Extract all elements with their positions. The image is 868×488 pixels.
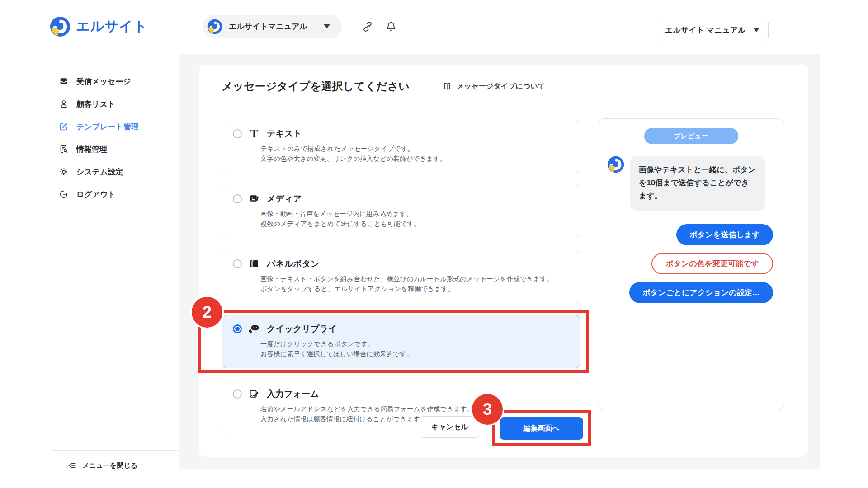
workspace-selector[interactable]: エルサイトマニュアル (203, 15, 342, 38)
logout-icon (59, 189, 69, 199)
annotation-step-badge: 2 (190, 296, 224, 329)
bot-avatar (607, 156, 624, 173)
link-icon[interactable] (362, 21, 373, 33)
close-menu-label: メニューを閉じる (82, 461, 137, 470)
preview-button-action: ボタンごとにアクションの設定… (629, 282, 773, 303)
chevron-down-icon (754, 28, 759, 32)
bell-icon[interactable] (385, 21, 397, 33)
account-menu-label: エルサイト マニュアル (665, 25, 746, 35)
radio-unchecked[interactable] (233, 259, 242, 268)
sidebar-footer: メニューを閉じる (0, 450, 179, 470)
sidebar-item-templates[interactable]: テンプレート管理 (59, 115, 179, 138)
collapse-menu-icon (68, 461, 77, 470)
main-content: メッセージタイプを選択してください メッセージタイプについて T テキスト (179, 54, 820, 469)
help-link-label: メッセージタイプについて (457, 82, 545, 91)
go-to-editor-button[interactable]: 編集画面へ (500, 417, 583, 440)
media-icon (249, 193, 260, 204)
edit-icon (59, 122, 69, 131)
app-window: エルサイト エルサイトマニュアル エルサイト マニュアル (0, 0, 868, 488)
preview-button-send: ボタンを送信します (676, 224, 773, 245)
sidebar-item-logout[interactable]: ログアウト (59, 183, 179, 206)
option-description: 画像・動画・音声をメッセージ内に組み込めます。 複数のメディアをまとめて送信する… (260, 209, 569, 229)
account-menu-button[interactable]: エルサイト マニュアル (656, 19, 769, 41)
sidebar: 受信メッセージ 顧客リスト テンプレート管理 (0, 54, 179, 488)
sidebar-item-label: テンプレート管理 (76, 122, 139, 132)
sidebar-item-label: 情報管理 (76, 144, 107, 155)
option-media[interactable]: メディア 画像・動画・音声をメッセージ内に組み込めます。 複数のメディアをまとめ… (222, 185, 580, 238)
annotation-step-badge: 3 (471, 393, 504, 426)
option-text[interactable]: T テキスト テキストのみで構成されたメッセージタイプです。 文字の色や太さの変… (222, 120, 580, 173)
divider (52, 450, 178, 451)
message-type-help-link[interactable]: メッセージタイプについて (442, 81, 545, 91)
user-icon (59, 99, 69, 109)
book-icon (442, 81, 452, 91)
close-menu-button[interactable]: メニューを閉じる (68, 461, 179, 470)
preview-panel: プレビュー 画像やテキストと一緒に、ボタンを10個まで送信することができます。 … (598, 118, 784, 410)
form-icon (249, 388, 260, 399)
workspace-selector-label: エルサイトマニュアル (229, 21, 307, 32)
preview-chat-bubble: 画像やテキストと一緒に、ボタンを10個まで送信することができます。 (630, 156, 765, 211)
message-type-options: T テキスト テキストのみで構成されたメッセージタイプです。 文字の色や太さの変… (222, 120, 580, 433)
preview-badge: プレビュー (644, 128, 738, 144)
option-title: テキスト (267, 128, 302, 140)
chevron-down-icon (324, 24, 330, 28)
preview-chat-buttons: ボタンを送信します ボタンの色を変更可能です ボタンごとにアクションの設定… (598, 224, 773, 303)
brand-logo-icon (50, 16, 71, 37)
sidebar-item-label: 受信メッセージ (76, 76, 131, 87)
submit-button-group: 3 編集画面へ (500, 417, 583, 440)
text-icon: T (249, 128, 260, 140)
option-description: 画像・テキスト・ボタンを組み合わせた、横並びのカルーセル形式のメッセージを作成で… (260, 274, 569, 294)
option-quick-reply[interactable]: 2 クイックリプライ (222, 315, 580, 368)
panel-button-icon (249, 258, 260, 269)
gear-icon (59, 167, 69, 177)
top-bar: エルサイト エルサイトマニュアル エルサイト マニュアル (0, 0, 829, 53)
option-panel-button[interactable]: パネルボタン 画像・テキスト・ボタンを組み合わせた、横並びのカルーセル形式のメッ… (222, 250, 580, 303)
page-title: メッセージタイプを選択してください (222, 79, 410, 94)
sidebar-item-label: ログアウト (76, 189, 116, 200)
preview-button-color: ボタンの色を変更可能です (651, 253, 773, 274)
option-title: 入力フォーム (267, 388, 319, 400)
brand-name: エルサイト (76, 17, 148, 36)
radio-unchecked[interactable] (233, 129, 242, 138)
sidebar-item-information[interactable]: 情報管理 (59, 138, 179, 160)
sidebar-item-inbox[interactable]: 受信メッセージ (59, 70, 179, 93)
document-search-icon (59, 144, 69, 154)
message-type-dialog: メッセージタイプを選択してください メッセージタイプについて T テキスト (199, 65, 808, 457)
option-title: メディア (267, 193, 302, 205)
quick-reply-icon (249, 323, 260, 334)
option-title: パネルボタン (267, 258, 320, 270)
sidebar-item-label: 顧客リスト (76, 99, 115, 109)
radio-unchecked[interactable] (233, 194, 242, 203)
brand-logo[interactable]: エルサイト (50, 16, 148, 37)
radio-checked[interactable] (233, 324, 242, 333)
sidebar-item-settings[interactable]: システム設定 (59, 160, 179, 183)
option-title: クイックリプライ (267, 323, 337, 335)
sidebar-item-customers[interactable]: 顧客リスト (59, 93, 179, 115)
cancel-button[interactable]: キャンセル (420, 416, 480, 438)
radio-unchecked[interactable] (233, 389, 242, 399)
option-description: 一度だけクリックできるボタンです。 お客様に素早く選択してほしい場合に効果的です… (260, 339, 569, 359)
workspace-avatar-icon (207, 19, 222, 34)
option-description: テキストのみで構成されたメッセージタイプです。 文字の色や太さの変更、リンクの挿… (260, 144, 569, 164)
sidebar-item-label: システム設定 (76, 167, 123, 177)
inbox-icon (59, 76, 69, 86)
